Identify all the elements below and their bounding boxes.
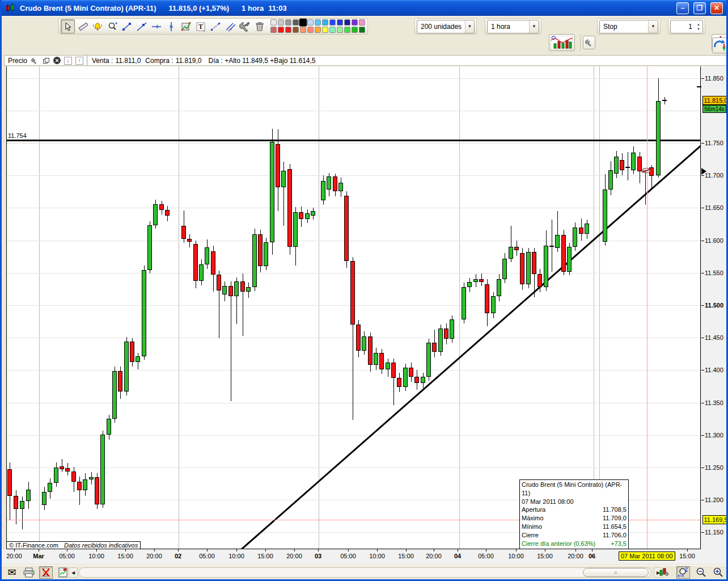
palette-color-swatch[interactable] — [307, 19, 314, 26]
zoom-tool[interactable] — [105, 19, 119, 33]
stepper-arrows-icon[interactable]: ▲▼ — [695, 22, 702, 31]
palette-color-swatch[interactable] — [307, 27, 314, 33]
candle-body — [159, 204, 164, 210]
close-panel-icon[interactable]: ✕ — [53, 57, 61, 64]
zoom-in-icon[interactable] — [712, 566, 725, 579]
title-bar[interactable]: Crudo Brent (5 Mini Contrato) (APR-11) 1… — [2, 0, 726, 16]
palette-color-swatch[interactable] — [337, 27, 343, 33]
candle-body — [544, 246, 548, 287]
quantity-stepper[interactable]: 1 ▲▼ — [670, 20, 703, 33]
resistance-line[interactable] — [7, 140, 700, 141]
settings-wrench-tool[interactable] — [238, 19, 252, 33]
palette-color-swatch[interactable] — [322, 19, 328, 26]
time-axis-label: 02 — [175, 553, 181, 559]
horizontal-line-tool[interactable] — [149, 19, 163, 33]
palette-color-swatch[interactable] — [278, 27, 284, 33]
timeframe-dropdown[interactable]: 1 hora ▼ — [487, 20, 539, 33]
chart-scrollbar[interactable]: ≡ — [79, 567, 651, 578]
quantity-value[interactable]: 1 — [671, 23, 695, 31]
palette-color-swatch[interactable] — [293, 27, 299, 33]
palette-color-swatch[interactable] — [315, 27, 321, 33]
venta-label: Venta : — [92, 57, 113, 65]
palette-color-swatch[interactable] — [322, 27, 328, 33]
palette-color-swatch[interactable] — [270, 27, 277, 33]
compra-value: 11.819,0 — [176, 57, 202, 65]
text-tool[interactable]: T — [193, 19, 208, 33]
palette-color-swatch[interactable] — [285, 27, 291, 33]
candle-body — [514, 247, 519, 250]
buy-arrow-icon[interactable]: ↑ — [75, 57, 83, 65]
panel-settings-wrench-icon[interactable] — [31, 57, 39, 65]
trendline-tool[interactable] — [134, 19, 149, 33]
palette-color-swatch[interactable] — [344, 27, 350, 33]
chart-style-button[interactable] — [549, 34, 575, 51]
units-dropdown[interactable]: 200 unidades ▼ — [417, 20, 475, 33]
palette-color-swatch[interactable] — [359, 19, 365, 26]
palette-color-swatch[interactable] — [293, 19, 299, 26]
email-icon[interactable]: ✉ — [5, 566, 19, 579]
palette-color-swatch[interactable] — [300, 27, 306, 33]
vertical-line-tool[interactable] — [164, 19, 178, 33]
time-axis-tick — [592, 549, 592, 551]
time-axis[interactable]: 20:00Mar05:0010:0015:0020:000205:0010:00… — [2, 549, 728, 564]
alarm-bell-tool[interactable] — [90, 19, 104, 33]
palette-color-swatch[interactable] — [359, 27, 365, 33]
ruler-tool[interactable] — [75, 19, 90, 33]
delete-trash-tool[interactable] — [252, 19, 266, 33]
time-axis-label: 10:00 — [369, 553, 385, 559]
candle-body — [228, 286, 233, 296]
palette-color-swatch[interactable] — [329, 19, 336, 26]
palette-color-swatch[interactable] — [329, 27, 336, 33]
sell-arrow-icon[interactable]: ↓ — [64, 57, 72, 65]
scroll-left-button[interactable]: ◀ — [69, 567, 78, 578]
bottom-toolbar: ✉ ◀ ≡ ▶ — [2, 565, 728, 579]
palette-color-swatch[interactable] — [270, 19, 277, 26]
duplicate-panel-icon[interactable] — [42, 57, 50, 65]
palette-color-swatch[interactable] — [285, 19, 291, 26]
time-axis-tick — [178, 549, 179, 551]
palette-color-swatch[interactable] — [352, 19, 358, 26]
auto-adjust-icon[interactable] — [657, 566, 671, 579]
price-axis-label: 11.850 — [705, 75, 723, 82]
refresh-data-button[interactable] — [712, 37, 728, 53]
candle-body — [327, 176, 331, 190]
palette-color-swatch[interactable] — [299, 19, 307, 27]
palette-color-swatch[interactable] — [344, 19, 350, 26]
chevron-down-icon[interactable]: ▼ — [529, 20, 539, 33]
time-axis-label: 15:00 — [537, 553, 553, 559]
palette-color-swatch[interactable] — [352, 27, 358, 33]
price-axis-label: 11.400 — [705, 367, 723, 373]
tips-off-icon[interactable] — [39, 566, 53, 579]
palette-color-swatch[interactable] — [315, 19, 321, 26]
time-axis-label: 20:00 — [146, 553, 162, 559]
chevron-down-icon[interactable]: ▼ — [465, 20, 474, 33]
select-cursor-tool[interactable] — [61, 19, 75, 33]
report-chart-icon[interactable] — [56, 566, 70, 579]
minimize-button[interactable]: – — [676, 2, 689, 14]
chart-plot-area[interactable]: 11.754 Crudo Brent (5 Mini Contrato) (AP… — [6, 66, 701, 549]
zoom-out-icon[interactable] — [695, 566, 708, 579]
parallel-lines-tool[interactable] — [223, 19, 237, 33]
segment-tool[interactable] — [120, 19, 134, 33]
price-axis[interactable]: 11.85011.75011.70011.65011.60011.55011.5… — [701, 66, 728, 549]
candle-body — [479, 279, 484, 282]
chevron-down-icon[interactable]: ▼ — [648, 20, 658, 33]
print-icon[interactable] — [22, 566, 36, 579]
indicator-editor-tool[interactable] — [179, 19, 193, 33]
order-type-dropdown[interactable]: Stop ▼ — [599, 20, 658, 33]
price-axis-label: 11.700 — [705, 172, 723, 179]
scrollbar-thumb[interactable]: ≡ — [583, 568, 649, 577]
tooltip-row: Cierre día anterior (0,63%)+73,5 — [522, 540, 627, 548]
palette-color-swatch[interactable] — [278, 19, 284, 26]
drawing-toolbar: T 200 unidades ▼ 1 hora — [2, 16, 726, 35]
price-axis-tick — [701, 143, 704, 144]
palette-color-swatch[interactable] — [337, 19, 343, 26]
zoom-fit-icon[interactable] — [676, 566, 690, 579]
restore-button[interactable]: ❐ — [693, 2, 706, 14]
close-button[interactable]: ✕ — [710, 2, 723, 14]
order-settings-wrench-button[interactable] — [583, 36, 595, 49]
prev-close-marker-icon — [701, 168, 706, 175]
dotted-segment-tool[interactable] — [208, 19, 222, 33]
candle-body — [379, 353, 384, 369]
titlebar-timeframe: 1 hora — [242, 4, 264, 12]
